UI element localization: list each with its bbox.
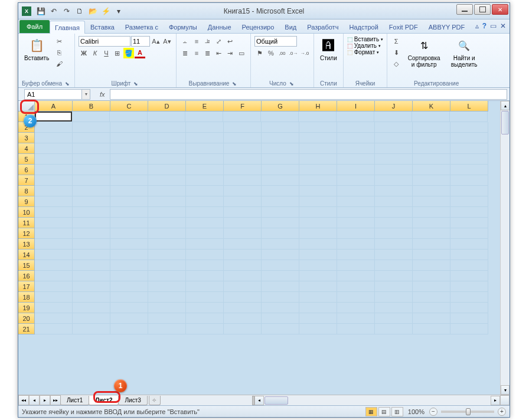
row-header-10[interactable]: 10 [18, 207, 35, 218]
italic-button[interactable]: К [90, 48, 100, 58]
cell-K13[interactable] [413, 239, 450, 250]
styles-button[interactable]: 🅰 Стили [318, 36, 339, 63]
cell-C20[interactable] [110, 313, 148, 324]
maximize-button[interactable] [474, 4, 491, 15]
cell-C14[interactable] [110, 250, 148, 260]
align-left-button[interactable]: ≣ [180, 48, 191, 58]
fill-button[interactable]: ⬇ [391, 47, 401, 58]
cell-G2[interactable] [262, 122, 299, 133]
cell-H19[interactable] [299, 303, 337, 313]
cell-K5[interactable] [413, 154, 450, 165]
zoom-level[interactable]: 100% [408, 408, 424, 415]
grow-font-button[interactable]: A▴ [151, 36, 161, 47]
last-sheet-button[interactable]: ▸▸ [50, 395, 61, 405]
cell-A10[interactable] [35, 207, 73, 218]
cell-B12[interactable] [73, 228, 110, 239]
cell-G5[interactable] [262, 154, 299, 165]
cell-K16[interactable] [413, 271, 450, 281]
vertical-scrollbar[interactable]: ▴ ▾ [500, 101, 510, 395]
cell-H8[interactable] [299, 186, 337, 196]
cell-F20[interactable] [224, 313, 262, 324]
cell-L6[interactable] [450, 165, 488, 175]
cell-E1[interactable] [185, 111, 223, 122]
cell-E16[interactable] [186, 271, 224, 281]
wrap-text-button[interactable]: ↩ [225, 36, 236, 47]
cell-F9[interactable] [224, 196, 262, 207]
cell-D1[interactable] [148, 111, 185, 122]
tab-foxit[interactable]: Foxit PDF [384, 20, 423, 33]
cell-B10[interactable] [73, 207, 110, 218]
cell-B16[interactable] [73, 271, 110, 281]
format-cells-button[interactable]: ⬚Формат▾ [347, 49, 380, 55]
cell-J3[interactable] [375, 133, 413, 143]
cell-C7[interactable] [110, 175, 148, 186]
cell-I18[interactable] [337, 292, 375, 303]
cell-L19[interactable] [450, 303, 488, 313]
cell-K14[interactable] [413, 250, 450, 260]
cell-J16[interactable] [375, 271, 413, 281]
cell-C13[interactable] [110, 239, 148, 250]
cell-G13[interactable] [262, 239, 299, 250]
row-header-18[interactable]: 18 [18, 292, 35, 303]
cell-H10[interactable] [299, 207, 337, 218]
cell-B3[interactable] [73, 133, 110, 143]
sheet-tab-1[interactable]: Лист1 [60, 396, 89, 405]
cell-D10[interactable] [148, 207, 186, 218]
row-header-7[interactable]: 7 [18, 175, 35, 186]
cell-B7[interactable] [73, 175, 110, 186]
cell-J10[interactable] [375, 207, 413, 218]
cell-D19[interactable] [148, 303, 186, 313]
cell-J18[interactable] [375, 292, 413, 303]
cell-F21[interactable] [224, 324, 262, 334]
cell-L12[interactable] [450, 228, 488, 239]
name-box[interactable]: A1 [24, 89, 82, 100]
cell-F18[interactable] [224, 292, 262, 303]
cell-F19[interactable] [224, 303, 262, 313]
tab-abbyy[interactable]: ABBYY PDF [423, 20, 471, 33]
decrease-decimal-button[interactable]: →.0 [299, 48, 310, 58]
cell-B21[interactable] [73, 324, 110, 334]
insert-cells-button[interactable]: ⬚Вставить▾ [347, 36, 383, 42]
increase-decimal-button[interactable]: .0→ [288, 48, 299, 58]
cell-L4[interactable] [450, 143, 488, 154]
cell-I17[interactable] [337, 281, 375, 292]
row-header-19[interactable]: 19 [18, 303, 35, 313]
cell-L17[interactable] [450, 281, 488, 292]
number-launcher[interactable]: ⬊ [288, 81, 295, 87]
cell-A3[interactable] [35, 133, 73, 143]
cell-B5[interactable] [73, 154, 110, 165]
row-header-6[interactable]: 6 [18, 165, 35, 175]
cell-B15[interactable] [73, 260, 110, 271]
column-header-J[interactable]: J [375, 101, 413, 111]
minimize-ribbon-button[interactable]: ▵ [475, 22, 479, 30]
cell-G11[interactable] [262, 218, 299, 228]
select-all-corner[interactable] [18, 101, 35, 111]
shrink-font-button[interactable]: A▾ [162, 36, 172, 47]
cell-C9[interactable] [110, 196, 148, 207]
cell-F12[interactable] [224, 228, 262, 239]
cell-K20[interactable] [413, 313, 450, 324]
row-header-15[interactable]: 15 [18, 260, 35, 271]
cell-B4[interactable] [73, 143, 110, 154]
cell-C17[interactable] [110, 281, 148, 292]
cell-L8[interactable] [450, 186, 488, 196]
row-header-13[interactable]: 13 [18, 239, 35, 250]
cell-C10[interactable] [110, 207, 148, 218]
percent-button[interactable]: % [266, 48, 276, 58]
cell-I5[interactable] [337, 154, 375, 165]
cell-F1[interactable] [223, 111, 261, 122]
cell-D12[interactable] [148, 228, 186, 239]
cell-G14[interactable] [262, 250, 299, 260]
name-box-dropdown[interactable]: ▾ [82, 89, 90, 100]
cell-I4[interactable] [337, 143, 375, 154]
cell-I20[interactable] [337, 313, 375, 324]
font-name-select[interactable]: Calibri [79, 36, 130, 47]
cell-E19[interactable] [186, 303, 224, 313]
cell-H15[interactable] [299, 260, 337, 271]
cell-I14[interactable] [337, 250, 375, 260]
cell-C6[interactable] [110, 165, 148, 175]
fx-button[interactable]: fx [97, 91, 107, 98]
cell-A11[interactable] [35, 218, 73, 228]
zoom-thumb[interactable] [466, 408, 471, 415]
cell-J21[interactable] [375, 324, 413, 334]
